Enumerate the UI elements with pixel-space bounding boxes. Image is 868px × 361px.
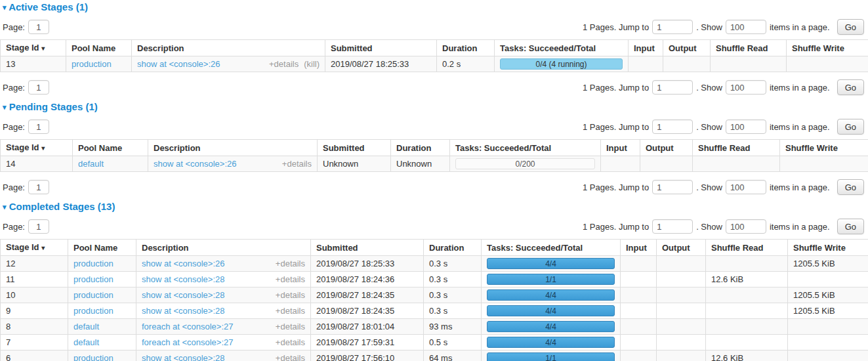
details-toggle[interactable]: +details [269, 59, 299, 69]
page-number-input[interactable] [28, 119, 49, 134]
description-actions: +details [276, 306, 305, 316]
section-heading[interactable]: ▾ Pending Stages (1) [0, 100, 868, 112]
column-header[interactable]: Input [601, 140, 640, 156]
details-toggle[interactable]: +details [276, 337, 305, 347]
column-header[interactable]: Tasks: Succeeded/Total [495, 40, 629, 56]
input-cell [629, 56, 663, 72]
page-number-input[interactable] [28, 180, 49, 194]
column-header-label: Description [154, 143, 201, 153]
description-link[interactable]: show at <console>:28 [142, 353, 224, 361]
column-header[interactable]: Output [657, 240, 706, 256]
column-header[interactable]: Duration [391, 140, 450, 156]
column-header[interactable]: Tasks: Succeeded/Total [450, 140, 601, 156]
jump-to-input[interactable] [652, 20, 693, 34]
pool-name-link[interactable]: production [73, 259, 114, 268]
jump-to-input[interactable] [652, 119, 693, 134]
input-cell [621, 319, 657, 335]
column-header[interactable]: Output [663, 40, 711, 56]
kill-link[interactable]: (kill) [304, 59, 320, 69]
details-toggle[interactable]: +details [276, 259, 305, 268]
description-actions: +details [276, 290, 305, 300]
column-header[interactable]: Submitted [318, 140, 391, 156]
pool-name-link[interactable]: production [73, 306, 114, 316]
column-header[interactable]: Duration [437, 40, 495, 56]
column-header[interactable]: Description [136, 240, 311, 256]
jump-to-input[interactable] [652, 219, 693, 234]
details-toggle[interactable]: +details [276, 353, 305, 361]
column-header[interactable]: Shuffle Read [693, 140, 780, 156]
submitted-time: 2019/08/27 18:24:35 [316, 290, 394, 300]
column-header[interactable]: Output [640, 140, 693, 156]
shuffle-read-cell-value: 12.6 KiB [711, 353, 743, 361]
column-header[interactable]: Stage Id ▾ [1, 40, 66, 56]
details-toggle[interactable]: +details [276, 274, 305, 284]
column-header[interactable]: Description [132, 40, 325, 56]
column-header[interactable]: Pool Name [68, 240, 136, 256]
submitted-time: 2019/08/27 17:56:10 [316, 353, 394, 361]
show-count-input[interactable] [726, 20, 766, 34]
description-link[interactable]: show at <console>:28 [142, 290, 224, 300]
column-header[interactable]: Duration [424, 240, 482, 256]
pool-name-link[interactable]: default [78, 159, 104, 169]
pool-name-link[interactable]: default [73, 337, 99, 347]
section-title-text: Active Stages (1) [9, 1, 88, 12]
description-link[interactable]: show at <console>:28 [142, 306, 224, 316]
details-toggle[interactable]: +details [282, 159, 312, 169]
description-link[interactable]: show at <console>:26 [154, 159, 236, 169]
description-link[interactable]: foreach at <console>:27 [142, 337, 234, 347]
show-count-input[interactable] [726, 119, 766, 134]
column-header[interactable]: Pool Name [66, 40, 132, 56]
pool-name-cell: default [68, 335, 136, 350]
pool-name-link[interactable]: production [73, 290, 114, 300]
show-count-input[interactable] [726, 219, 766, 234]
column-header[interactable]: Submitted [325, 40, 437, 56]
pool-name-link[interactable]: production [72, 59, 112, 69]
go-button[interactable]: Go [837, 19, 864, 35]
show-count-input[interactable] [726, 80, 766, 95]
column-header[interactable]: Shuffle Read [706, 240, 788, 256]
jump-to-input[interactable] [652, 180, 693, 194]
page-number-input[interactable] [28, 219, 49, 234]
pager-left: Page: [3, 119, 49, 134]
column-header[interactable]: Shuffle Write [788, 240, 868, 256]
show-count-input[interactable] [726, 180, 766, 194]
output-cell [657, 272, 706, 287]
column-header[interactable]: Input [621, 240, 657, 256]
description-link[interactable]: show at <console>:26 [137, 59, 220, 69]
section-heading[interactable]: ▾ Active Stages (1) [0, 0, 868, 12]
pool-name-link[interactable]: production [73, 353, 114, 361]
go-button[interactable]: Go [837, 79, 864, 95]
pool-name-link[interactable]: production [73, 274, 114, 284]
submitted-cell: 2019/08/27 17:56:10 [311, 350, 424, 361]
go-button[interactable]: Go [837, 179, 864, 195]
go-button[interactable]: Go [837, 219, 864, 234]
column-header[interactable]: Description [148, 140, 318, 156]
column-header[interactable]: Shuffle Read [711, 40, 787, 56]
column-header[interactable]: Shuffle Write [787, 40, 868, 56]
section-heading[interactable]: ▾ Completed Stages (13) [0, 200, 868, 211]
items-label: items in a page. [770, 182, 830, 192]
description-link[interactable]: show at <console>:28 [142, 274, 224, 284]
description-link[interactable]: foreach at <console>:27 [142, 322, 234, 331]
stage-row: 12production+detailsshow at <console>:26… [1, 256, 868, 272]
column-header[interactable]: Submitted [311, 240, 424, 256]
column-header[interactable]: Tasks: Succeeded/Total [482, 240, 621, 256]
details-toggle[interactable]: +details [276, 290, 305, 300]
details-toggle[interactable]: +details [276, 322, 305, 331]
column-header[interactable]: Pool Name [73, 140, 148, 156]
jump-to-input[interactable] [652, 80, 693, 95]
column-header[interactable]: Input [629, 40, 663, 56]
stages-table: Stage Id ▾Pool NameDescriptionSubmittedD… [0, 239, 868, 361]
column-header[interactable]: Stage Id ▾ [1, 140, 73, 156]
description-link[interactable]: show at <console>:26 [142, 259, 224, 268]
stage-id: 11 [6, 274, 15, 284]
page-number-input[interactable] [28, 20, 49, 34]
details-toggle[interactable]: +details [276, 306, 305, 316]
stage-id-cell: 8 [1, 319, 68, 335]
pool-name-link[interactable]: default [73, 322, 99, 331]
duration-value: 93 ms [429, 322, 452, 331]
column-header[interactable]: Shuffle Write [780, 140, 868, 156]
column-header[interactable]: Stage Id ▾ [1, 240, 68, 256]
go-button[interactable]: Go [837, 119, 864, 135]
page-number-input[interactable] [28, 80, 49, 95]
